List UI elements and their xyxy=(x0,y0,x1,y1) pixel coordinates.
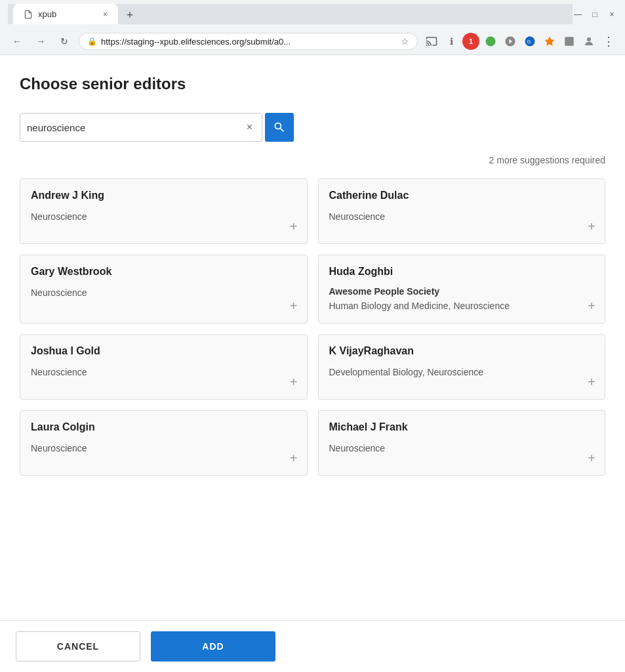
page-content: Choose senior editors × 2 more suggestio… xyxy=(0,55,625,648)
svg-point-0 xyxy=(486,37,496,47)
star-icon[interactable]: ☆ xyxy=(401,36,409,47)
editor-specialty: Developmental Biology, Neuroscience xyxy=(329,366,595,379)
add-editor-icon[interactable]: + xyxy=(290,375,298,390)
editor-specialty: Neuroscience xyxy=(31,442,296,455)
editor-specialty: Human Biology and Medicine, Neuroscience xyxy=(329,300,595,313)
browser-chrome: xpub × + — □ × ← → ↻ 🔒 https://staging--… xyxy=(0,0,625,55)
editor-card[interactable]: Catherine DulacNeuroscience+ xyxy=(318,178,606,244)
add-button[interactable]: ADD xyxy=(151,631,275,662)
editor-name: Gary Westbrook xyxy=(31,266,296,278)
suggestions-required-text: 2 more suggestions required xyxy=(20,155,605,165)
svg-text:G: G xyxy=(527,39,531,45)
editor-name: Catherine Dulac xyxy=(329,190,595,201)
svg-rect-3 xyxy=(565,37,574,46)
extension-icon-1[interactable] xyxy=(482,33,499,50)
lock-icon: 🔒 xyxy=(87,37,97,46)
editor-specialty: Neuroscience xyxy=(31,287,296,300)
editor-card[interactable]: Huda ZoghbiAwesome People SocietyHuman B… xyxy=(318,255,606,324)
editor-specialty: Neuroscience xyxy=(31,211,296,224)
browser-tab[interactable]: xpub × xyxy=(13,4,118,24)
extension-icon-5[interactable] xyxy=(561,33,578,50)
window-controls: — □ × xyxy=(573,9,617,20)
tab-bar: xpub × + xyxy=(8,4,573,24)
clear-button[interactable]: × xyxy=(244,119,255,136)
cast-icon[interactable] xyxy=(423,33,440,50)
extension-icon-4[interactable] xyxy=(541,33,558,50)
editor-name: Laura Colgin xyxy=(31,421,296,433)
tab-close-button[interactable]: × xyxy=(103,10,108,19)
extension-icon-2[interactable] xyxy=(502,33,519,50)
url-text: https://staging--xpub.elifesciences.org/… xyxy=(101,37,397,47)
url-bar[interactable]: 🔒 https://staging--xpub.elifesciences.or… xyxy=(79,33,418,50)
refresh-button[interactable]: ↻ xyxy=(55,32,73,51)
menu-button[interactable]: ⋮ xyxy=(600,33,617,50)
add-editor-icon[interactable]: + xyxy=(290,219,298,234)
add-editor-icon[interactable]: + xyxy=(588,299,595,314)
maximize-button[interactable]: □ xyxy=(590,9,600,20)
tab-page-icon xyxy=(24,10,33,19)
info-icon[interactable]: ℹ xyxy=(443,33,460,50)
cancel-button[interactable]: CANCEL xyxy=(16,631,140,662)
editor-name: Michael J Frank xyxy=(329,421,595,433)
editor-name: Huda Zoghbi xyxy=(329,266,595,278)
address-bar: ← → ↻ 🔒 https://staging--xpub.elifescien… xyxy=(0,28,625,54)
editor-card[interactable]: Laura ColginNeuroscience+ xyxy=(20,410,308,476)
editor-card[interactable]: Joshua I GoldNeuroscience+ xyxy=(20,334,308,400)
search-input-wrapper: × xyxy=(20,113,262,142)
editor-specialty: Neuroscience xyxy=(329,211,595,224)
minimize-button[interactable]: — xyxy=(573,9,583,20)
editor-card[interactable]: Gary WestbrookNeuroscience+ xyxy=(20,255,308,324)
editor-card[interactable]: Michael J FrankNeuroscience+ xyxy=(318,410,606,476)
tab-label: xpub xyxy=(38,9,56,19)
search-input[interactable] xyxy=(27,122,244,133)
close-button[interactable]: × xyxy=(607,9,617,20)
editor-card[interactable]: K VijayRaghavanDevelopmental Biology, Ne… xyxy=(318,334,606,400)
add-editor-icon[interactable]: + xyxy=(588,375,595,390)
editor-name: Joshua I Gold xyxy=(31,345,296,357)
add-editor-icon[interactable]: + xyxy=(588,219,595,234)
search-button[interactable] xyxy=(265,113,294,142)
search-bar: × xyxy=(20,113,605,142)
editor-specialty: Neuroscience xyxy=(329,442,595,455)
page-title: Choose senior editors xyxy=(20,75,605,93)
editor-name: Andrew J King xyxy=(31,190,296,201)
new-tab-button[interactable]: + xyxy=(121,6,139,24)
editor-card[interactable]: Andrew J KingNeuroscience+ xyxy=(20,178,308,244)
editors-grid: Andrew J KingNeuroscience+Catherine Dula… xyxy=(20,178,605,476)
add-editor-icon[interactable]: + xyxy=(588,451,595,466)
back-button[interactable]: ← xyxy=(8,32,26,51)
add-editor-icon[interactable]: + xyxy=(290,299,298,314)
extension-icon-3[interactable]: G xyxy=(521,33,538,50)
editor-org: Awesome People Society xyxy=(329,285,595,299)
editor-specialty: Neuroscience xyxy=(31,366,296,379)
editor-name: K VijayRaghavan xyxy=(329,345,595,357)
forward-button[interactable]: → xyxy=(31,32,50,51)
toolbar-icons: ℹ 1 G ⋮ xyxy=(423,33,617,50)
add-editor-icon[interactable]: + xyxy=(290,451,298,466)
security-icon[interactable]: 1 xyxy=(462,33,479,50)
svg-point-4 xyxy=(587,37,591,41)
title-bar: xpub × + — □ × xyxy=(0,0,625,28)
search-icon xyxy=(273,121,286,134)
footer-bar: CANCEL ADD xyxy=(0,620,625,672)
profile-icon[interactable] xyxy=(580,33,597,50)
